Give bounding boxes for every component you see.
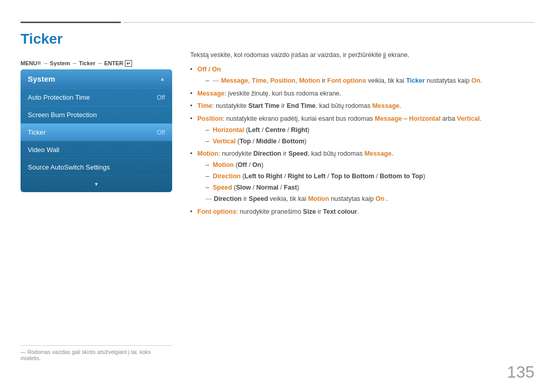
motion-note-ref: Motion <box>308 195 329 202</box>
direction-sub: Direction <box>213 173 240 180</box>
menu-item-ticker[interactable]: Ticker Off <box>21 123 172 141</box>
position-dash: – <box>402 115 409 122</box>
speed-note-label: Speed <box>249 195 268 202</box>
m-slash: / <box>247 161 252 169</box>
menu-item-auto-protection[interactable]: Auto Protection Time Off <box>21 88 172 106</box>
speed-sub: Speed <box>213 184 232 191</box>
s-paren-close: ) <box>297 184 299 191</box>
h-slash1: / <box>260 126 265 134</box>
bullet-message: Message: įveskite žinutę, kuri bus rodom… <box>190 89 534 99</box>
motion-note: — Direction ir Speed veikia, tik kai Mot… <box>197 194 534 204</box>
right-opt: Right <box>291 126 307 134</box>
system-panel: System ▲ Auto Protection Time Off Screen… <box>21 69 172 192</box>
slow-opt: Slow <box>236 184 251 191</box>
font-options-label: Font options <box>197 208 236 215</box>
h-slash2: / <box>286 126 291 134</box>
normal-opt: Normal <box>256 184 279 191</box>
d-slash2: / <box>325 173 330 180</box>
top-line-left <box>21 22 121 23</box>
menu-item-source-autoswitch[interactable]: Source AutoSwitch Settings <box>21 158 172 176</box>
motion-sub-label: Motion <box>213 161 234 169</box>
menu-path: MENU≡ → System → Ticker → ENTER ↵ <box>21 59 132 67</box>
horizontal-label: Horizontal <box>409 115 440 122</box>
footnote: ― Rodomas vaizdas gali skirtis atsižvelg… <box>21 345 172 361</box>
ltr-opt: Left to Right <box>245 173 283 180</box>
menu-item-label: Auto Protection Time <box>28 94 90 101</box>
horizontal-sub: Horizontal <box>213 126 244 134</box>
system-footer: ▼ <box>21 176 172 192</box>
speed-ref: Speed <box>288 150 308 157</box>
menu-item-value: Off <box>157 129 165 136</box>
ttb-opt: Top to Bottom <box>331 173 374 180</box>
d-slash3: / <box>374 173 379 180</box>
page-number: 135 <box>507 363 534 382</box>
vertical-sub: Vertical <box>213 138 235 145</box>
bottom-opt: Bottom <box>282 138 305 145</box>
font-dot: . <box>357 208 359 215</box>
direction-note-text: veikia, tik kai <box>270 195 308 202</box>
bullet-motion: Motion: nurodykite Direction ir Speed, k… <box>190 149 534 204</box>
time-text2: ir <box>280 102 287 109</box>
s-slash2: / <box>279 184 284 191</box>
position-arba: arba <box>440 115 457 122</box>
off-on-label: Off / On <box>197 66 221 73</box>
arrow-icon2: → <box>71 60 79 66</box>
middle-opt: Middle <box>256 138 277 145</box>
position-dot: . <box>480 115 482 122</box>
s-slash1: / <box>251 184 256 191</box>
d-paren: ( <box>240 173 245 180</box>
font-text: : nurodykite pranešimo <box>236 208 303 215</box>
text-colour-ref: Text colour <box>323 208 357 215</box>
end-time: End Time <box>287 102 316 109</box>
system-header-label: System <box>28 74 55 83</box>
sub-direction: Direction (Left to Right / Right to Left… <box>206 172 534 181</box>
menu-item-label: Video Wall <box>28 146 59 154</box>
motion-label: Motion <box>197 150 218 157</box>
centre-opt: Centre <box>265 126 286 134</box>
menu-system: System <box>50 60 70 66</box>
sub-motion-off-on: Motion (Off / On) <box>206 160 534 170</box>
d-paren-close: ) <box>423 173 425 180</box>
fast-opt: Fast <box>284 184 297 191</box>
size-ref: Size <box>303 208 316 215</box>
menu-item-value: Off <box>157 94 165 101</box>
menu-item-screen-burn[interactable]: Screen Burn Protection <box>21 106 172 123</box>
scroll-down-icon[interactable]: ▼ <box>94 181 99 187</box>
motion-dot: . <box>392 150 393 157</box>
page-title: Ticker <box>21 31 63 47</box>
direction-note-label: Direction <box>214 195 242 202</box>
content-area: Tekstą veskite, kol rodomas vaizdo įraša… <box>190 51 534 220</box>
btt-opt: Bottom to Top <box>380 173 423 180</box>
v-slash1: / <box>251 138 256 145</box>
menu-ticker: Ticker <box>79 60 95 66</box>
time-text3: , kad būtų rodomas <box>316 102 372 109</box>
scroll-up-icon[interactable]: ▲ <box>160 76 165 82</box>
menu-icon: MENU≡ <box>21 60 41 66</box>
message-ref: Message <box>372 102 399 109</box>
main-bullet-list: Off / On — Message, Time, Position, Moti… <box>190 65 534 217</box>
vertical-label: Vertical <box>457 115 479 122</box>
v-slash2: / <box>276 138 282 145</box>
position-label: Position <box>197 115 223 122</box>
bullet-time: Time: nustatykite Start Time ir End Time… <box>190 101 534 111</box>
position-text: : nustatykite ekrano padėtį, kuriai esan… <box>223 115 375 122</box>
v-paren-close: ) <box>304 138 306 145</box>
left-opt: Left <box>248 126 260 134</box>
message-label: Message <box>197 90 225 97</box>
direction-note-ir: ir <box>244 195 249 202</box>
menu-item-label: Source AutoSwitch Settings <box>28 163 110 171</box>
intro-text: Tekstą veskite, kol rodomas vaizdo įraša… <box>190 51 534 59</box>
sub-horizontal: Horizontal (Left / Centre / Right) <box>206 125 534 135</box>
menu-item-label: Screen Burn Protection <box>28 111 97 119</box>
on-note-ref: On <box>376 195 384 202</box>
menu-item-video-wall[interactable]: Video Wall <box>21 141 172 158</box>
on-opt: On <box>252 161 261 169</box>
arrow-icon3: → <box>97 60 104 66</box>
off-on-sublist: — Message, Time, Position, Motion ir Fon… <box>197 76 534 86</box>
m-paren: ( <box>234 161 238 169</box>
top-line-right <box>123 22 534 23</box>
sub-vertical: Vertical (Top / Middle / Bottom) <box>206 137 534 146</box>
sub-item-ticker-note: — Message, Time, Position, Motion ir Fon… <box>206 76 534 86</box>
bullet-font-options: Font options: nurodykite pranešimo Size … <box>190 207 534 217</box>
message-ref3: Message <box>364 150 392 157</box>
